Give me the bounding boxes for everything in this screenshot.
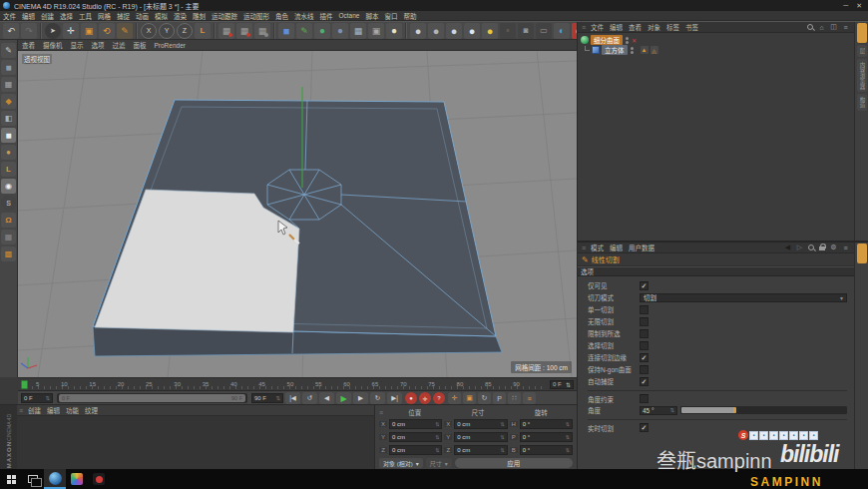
polygon-selection-tag-icon[interactable]: ◬ [651, 46, 658, 54]
mode-icon[interactable]: ▦ [1, 77, 16, 92]
object-name[interactable]: 立方体 [602, 45, 628, 55]
menu-item[interactable]: 窗口 [381, 11, 400, 21]
menu-item[interactable]: 捕捉 [114, 11, 133, 21]
ime-toolbar-icon[interactable]: ▪ [759, 431, 768, 440]
rotation-field[interactable]: 0 °⇅ [520, 445, 573, 455]
start-button[interactable] [0, 469, 22, 489]
mode-icon[interactable]: ■ [1, 60, 16, 75]
toolbar-icon[interactable]: X [141, 23, 157, 39]
checkbox[interactable]: ✓ [640, 341, 649, 350]
menu-item[interactable]: 动画 [133, 11, 152, 21]
visibility-dots[interactable] [631, 47, 634, 54]
history-forward-icon[interactable]: ▷ [795, 244, 804, 251]
checkbox[interactable]: ✓ [640, 394, 649, 403]
menu-item[interactable]: 运动跟踪 [209, 11, 240, 21]
menu-item[interactable]: 运动图形 [240, 11, 272, 21]
toolbar-icon[interactable]: ● [482, 23, 498, 39]
viewport-canvas[interactable]: 透视视图 网格间距 : 100 cm [18, 51, 577, 377]
visibility-dots[interactable] [626, 37, 629, 44]
toolbar-icon[interactable]: ▦ [218, 23, 234, 39]
transport-button[interactable]: ▶ [353, 392, 368, 404]
timeline-ruler[interactable]: 51015202530354045505560657075808590 0 F⇅ [18, 378, 577, 391]
material-menu-item[interactable]: 功能 [63, 405, 82, 415]
object-row[interactable]: 立方体 ▲ ◬ [581, 45, 868, 55]
rotation-field[interactable]: 0 °⇅ [520, 432, 573, 442]
mode-icon[interactable]: ◆ [1, 94, 16, 109]
toolbar-icon[interactable]: ● [386, 23, 402, 39]
toolbar-icon[interactable]: Z [177, 23, 193, 39]
apply-button[interactable]: 应用 [455, 458, 573, 468]
toolbar-icon[interactable] [405, 23, 407, 39]
toolbar-icon[interactable]: ▣ [81, 23, 97, 39]
toolbar-icon[interactable]: ◙ [518, 23, 534, 39]
checkbox[interactable]: ✓ [640, 317, 649, 326]
transport-button[interactable]: ◀ [319, 392, 334, 404]
menu-item[interactable]: Octane [336, 12, 363, 19]
dropdown[interactable]: 切割▾ [640, 293, 847, 302]
transport-button[interactable]: ↻ [370, 392, 385, 404]
mode-icon[interactable]: ✎ [1, 43, 16, 58]
toolbar-icon[interactable]: ● [410, 23, 426, 39]
keying-toggle[interactable]: P [493, 392, 506, 404]
object-row[interactable]: 细分曲面 ✕ [581, 35, 868, 45]
menu-item[interactable]: 编辑 [19, 11, 38, 21]
enabled-toggle[interactable]: ✕ [632, 37, 637, 44]
object-manager-menu-item[interactable]: 查看 [626, 22, 645, 32]
menu-item[interactable]: 创建 [38, 11, 57, 21]
search-icon[interactable] [806, 23, 814, 31]
toolbar-icon[interactable]: ⟲ [99, 23, 115, 39]
section-header[interactable]: 选项 [578, 266, 868, 276]
filter-icon[interactable]: ◫ [829, 23, 838, 31]
menu-item[interactable]: 模拟 [152, 11, 171, 21]
toolbar-icon[interactable]: L [195, 23, 211, 39]
keying-toggle[interactable]: ≡ [523, 392, 536, 404]
toolbar-icon[interactable] [136, 23, 138, 39]
ime-toolbar-icon[interactable]: ▪ [789, 431, 798, 440]
dock-tab[interactable]: 内容浏览器 [857, 59, 867, 93]
range-start-field[interactable]: 0 F⇅ [21, 393, 53, 403]
viewport-menu-item[interactable]: 选项 [88, 40, 109, 50]
panel-options-icon[interactable]: ≡ [841, 24, 850, 31]
home-icon[interactable]: ⌂ [817, 24, 826, 31]
toolbar-icon[interactable]: Y [159, 23, 175, 39]
menu-item[interactable]: 工具 [76, 11, 95, 21]
minimize-button[interactable]: ─ [843, 2, 848, 10]
toolbar-icon[interactable] [214, 23, 216, 39]
record-button[interactable]: ✛ [419, 392, 431, 404]
taskbar-photos[interactable] [66, 469, 88, 489]
toolbar-icon[interactable]: ▦ [236, 23, 252, 39]
toolbar-icon[interactable]: ◐ [554, 23, 570, 39]
ime-logo-icon[interactable]: S [738, 430, 748, 440]
attribute-menu-item[interactable]: 模式 [588, 243, 607, 252]
record-button[interactable]: ● [405, 392, 417, 404]
toolbar-icon[interactable]: ● [314, 23, 330, 39]
object-manager-menu-item[interactable]: 编辑 [607, 22, 626, 32]
toolbar-icon[interactable]: ▫ [500, 23, 516, 39]
material-menu-item[interactable]: 编辑 [44, 405, 63, 415]
mode-icon[interactable]: ◧ [1, 111, 16, 126]
toolbar-icon[interactable]: ▦ [254, 23, 270, 39]
menu-item[interactable]: 脚本 [362, 11, 381, 21]
menu-item[interactable]: 文件 [0, 11, 19, 21]
toolbar-icon[interactable]: ● [332, 23, 348, 39]
ime-toolbar-icon[interactable]: ▪ [809, 431, 818, 440]
menu-item[interactable]: 网格 [95, 11, 114, 21]
mode-icon[interactable]: L [1, 162, 16, 177]
size-field[interactable]: 0 cm⇅ [454, 419, 507, 429]
checkbox[interactable]: ✓ [640, 305, 649, 314]
attribute-menu-item[interactable]: 用户数据 [626, 243, 657, 252]
keying-toggle[interactable]: ✛ [448, 392, 461, 404]
toolbar-icon[interactable]: ✎ [117, 23, 133, 39]
dock-tab[interactable]: 层 [857, 45, 867, 57]
menu-item[interactable]: 渲染 [171, 11, 190, 21]
keying-toggle[interactable]: ↻ [478, 392, 491, 404]
object-manager-menu-item[interactable]: 书签 [682, 22, 701, 32]
transform-mode-dropdown[interactable]: 对象 (相对)▾ [379, 458, 423, 468]
ime-toolbar-icon[interactable]: ▪ [799, 431, 808, 440]
mode-icon[interactable]: ■ [1, 128, 16, 143]
mode-icon[interactable]: ▩ [1, 246, 16, 261]
preview-range-slider[interactable]: 0 F 90 F [57, 393, 247, 403]
position-field[interactable]: 0 cm⇅ [389, 432, 442, 442]
viewport-menu-item[interactable]: 摄像机 [39, 40, 67, 50]
toolbar-icon[interactable] [273, 23, 275, 39]
